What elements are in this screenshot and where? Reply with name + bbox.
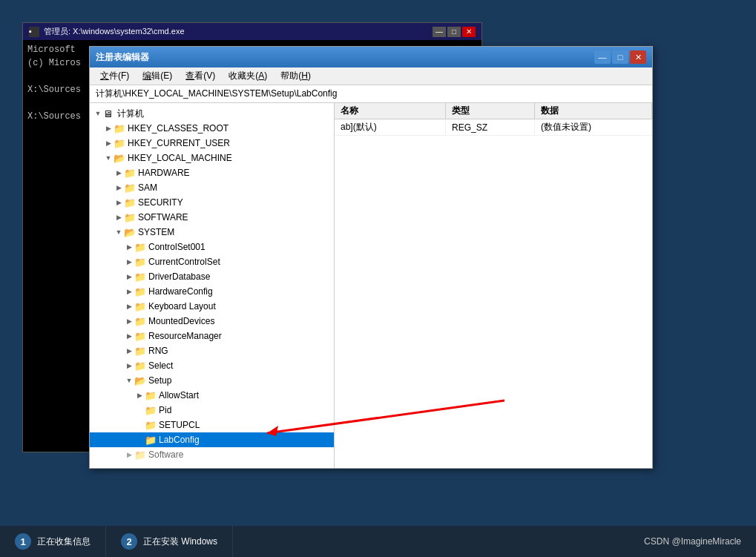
tree-select-label: Select	[148, 360, 173, 371]
menu-favorites[interactable]: 收藏夹(A)	[223, 68, 273, 84]
tree-system-label: SYSTEM	[138, 227, 174, 237]
menu-view[interactable]: 查看(V)	[180, 68, 221, 84]
menu-help[interactable]: 帮助(H)	[275, 68, 317, 84]
tree-system[interactable]: ▼ 📂 SYSTEM	[90, 225, 334, 240]
root-expander: ▼	[93, 108, 103, 119]
system-expander: ▼	[114, 227, 124, 237]
regedit-title: 注册表编辑器	[96, 51, 149, 64]
folder-icon-software: 📁	[124, 212, 136, 223]
tree-hwconfig-label: HardwareConfig	[148, 286, 213, 297]
folder-icon-security: 📁	[124, 197, 136, 208]
regedit-tree[interactable]: ▼ 🖥 计算机 ▶ 📁 HKEY_CLASSES_ROOT ▶ 📁 HKEY_C…	[90, 103, 335, 468]
cmd-maximize[interactable]: □	[447, 27, 461, 37]
labconfig-expander	[134, 435, 145, 445]
folder-icon-hkcu: 📁	[114, 138, 125, 148]
folder-icon-pid: 📁	[145, 405, 157, 415]
folder-icon-select: 📁	[134, 360, 146, 371]
regedit-window: 注册表编辑器 — □ ✕ 文件(F) 编辑(E) 查看(V) 收藏夹(A) 帮助…	[89, 46, 653, 469]
hklm-expander: ▼	[103, 153, 114, 163]
folder-icon-kl: 📁	[134, 301, 146, 312]
tree-hkcu[interactable]: ▶ 📁 HKEY_CURRENT_USER	[90, 136, 334, 151]
tree-hkcr[interactable]: ▶ 📁 HKEY_CLASSES_ROOT	[90, 121, 334, 136]
folder-icon-setup: 📂	[134, 375, 146, 386]
tree-rng-label: RNG	[148, 346, 168, 356]
tree-resourcemgr[interactable]: ▶ 📁 ResourceManager	[90, 329, 334, 343]
folder-icon-sam: 📁	[124, 182, 136, 193]
tree-setupcl[interactable]: 📁 SETUPCL	[90, 418, 334, 432]
tree-driverdb[interactable]: ▶ 📁 DriverDatabase	[90, 269, 334, 284]
tree-root-label: 计算机	[117, 108, 144, 120]
tree-ccs-label: CurrentControlSet	[148, 257, 220, 267]
tree-sam[interactable]: ▶ 📁 SAM	[90, 180, 334, 195]
software-expander: ▶	[114, 212, 124, 223]
tree-select[interactable]: ▶ 📁 Select	[90, 358, 334, 373]
cmd-minimize[interactable]: —	[433, 27, 446, 37]
hwconfig-expander: ▶	[124, 286, 134, 297]
regedit-maximize[interactable]: □	[612, 50, 628, 64]
tree-software-label: SOFTWARE	[138, 212, 188, 223]
tree-setup[interactable]: ▼ 📂 Setup	[90, 373, 334, 388]
tree-allowstart[interactable]: ▶ 📁 AllowStart	[90, 388, 334, 403]
tree-hwconfig[interactable]: ▶ 📁 HardwareConfig	[90, 284, 334, 299]
value-type-text: REG_SZ	[452, 122, 487, 133]
regedit-minimize[interactable]: —	[594, 50, 611, 64]
tree-controlset001[interactable]: ▶ 📁 ControlSet001	[90, 240, 334, 254]
values-header: 名称 类型 数据	[335, 103, 652, 119]
tree-security[interactable]: ▶ 📁 SECURITY	[90, 195, 334, 210]
hardware-expander: ▶	[114, 168, 124, 178]
tree-hkcu-label: HKEY_CURRENT_USER	[128, 138, 230, 148]
tree-mounted[interactable]: ▶ 📁 MountedDevices	[90, 314, 334, 329]
taskbar-num-1: 1	[15, 533, 31, 550]
regedit-titlebar: 注册表编辑器 — □ ✕	[90, 47, 652, 67]
regedit-close[interactable]: ✕	[630, 50, 646, 64]
setup-expander: ▼	[124, 375, 134, 386]
cmd-title-text: 管理员: X:\windows\system32\cmd.exe	[44, 26, 185, 37]
values-row-default[interactable]: ab](默认) REG_SZ (数值未设置)	[335, 119, 652, 136]
folder-icon-resmgr: 📁	[134, 331, 146, 341]
value-data-text: (数值未设置)	[541, 121, 591, 134]
folder-icon-setupcl: 📁	[145, 420, 157, 430]
tree-root[interactable]: ▼ 🖥 计算机	[90, 106, 334, 121]
value-type-default: REG_SZ	[446, 119, 535, 135]
tree-pid[interactable]: 📁 Pid	[90, 403, 334, 418]
tree-driverdb-label: DriverDatabase	[148, 271, 210, 282]
tree-setupcl-label: SETUPCL	[159, 420, 200, 430]
col-data-text: 数据	[541, 105, 559, 117]
computer-icon: 🖥	[103, 108, 115, 119]
tree-hardware[interactable]: ▶ 📁 HARDWARE	[90, 165, 334, 180]
cmd-title-left: ▪ 管理员: X:\windows\system32\cmd.exe	[29, 26, 185, 37]
hkcr-expander: ▶	[103, 123, 114, 134]
tree-hklm[interactable]: ▼ 📂 HKEY_LOCAL_MACHINE	[90, 151, 334, 165]
tree-labconfig-label: LabConfig	[159, 435, 200, 445]
taskbar-watermark: CSDN @ImagineMiracle	[644, 536, 756, 547]
tree-keyboard-layout[interactable]: ▶ 📁 Keyboard Layout	[90, 299, 334, 314]
kl-expander: ▶	[124, 301, 134, 312]
tree-hkcr-label: HKEY_CLASSES_ROOT	[128, 123, 229, 134]
folder-icon-cs001: 📁	[134, 242, 146, 252]
value-data-default: (数值未设置)	[535, 119, 652, 135]
security-expander: ▶	[114, 197, 124, 208]
folder-icon-labconfig: 📁	[145, 435, 157, 445]
tree-software[interactable]: ▶ 📁 SOFTWARE	[90, 210, 334, 225]
menu-edit[interactable]: 编辑(E)	[137, 68, 178, 84]
ccs-expander: ▶	[124, 257, 134, 267]
resmgr-expander: ▶	[124, 331, 134, 341]
menu-file[interactable]: 文件(F)	[94, 68, 135, 84]
taskbar: 1 正在收集信息 2 正在安装 Windows CSDN @ImagineMir…	[0, 526, 756, 557]
tree-software2-label: Software	[148, 449, 183, 460]
tree-hklm-label: HKEY_LOCAL_MACHINE	[128, 153, 232, 163]
cs001-expander: ▶	[124, 242, 134, 252]
col-name-text: 名称	[341, 105, 358, 117]
select-expander: ▶	[124, 360, 134, 371]
taskbar-text-1: 正在收集信息	[37, 535, 91, 548]
tree-ccs[interactable]: ▶ 📁 CurrentControlSet	[90, 254, 334, 269]
cmd-close[interactable]: ✕	[462, 27, 476, 37]
tree-labconfig[interactable]: 📁 LabConfig	[90, 432, 334, 447]
regedit-menubar: 文件(F) 编辑(E) 查看(V) 收藏夹(A) 帮助(H)	[90, 67, 652, 85]
tree-software2[interactable]: ▶ 📁 Software	[90, 447, 334, 462]
tree-rng[interactable]: ▶ 📁 RNG	[90, 343, 334, 358]
taskbar-item-1: 1 正在收集信息	[0, 526, 106, 557]
tree-mounted-label: MountedDevices	[148, 316, 214, 326]
sam-expander: ▶	[114, 182, 124, 193]
tree-resmgr-label: ResourceManager	[148, 331, 222, 341]
